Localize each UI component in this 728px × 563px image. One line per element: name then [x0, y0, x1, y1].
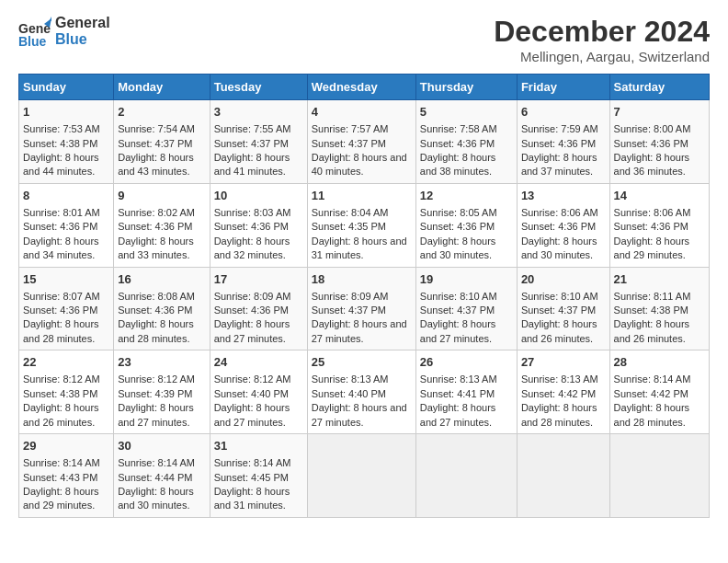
sunset-text: Sunset: 4:36 PM [521, 220, 606, 234]
daylight-text: Daylight: 8 hours and 29 minutes. [23, 485, 109, 513]
daylight-text: Daylight: 8 hours and 27 minutes. [420, 317, 513, 346]
sunrise-text: Sunrise: 8:04 AM [312, 206, 412, 220]
sunrise-text: Sunrise: 7:58 AM [420, 122, 513, 136]
day-number: 24 [214, 354, 303, 371]
day-number: 10 [214, 188, 303, 204]
logo-general: General [55, 15, 110, 31]
week-row-5: 29Sunrise: 8:14 AMSunset: 4:43 PMDayligh… [19, 434, 710, 518]
calendar-cell: 11Sunrise: 8:04 AMSunset: 4:35 PMDayligh… [307, 183, 415, 267]
subtitle: Mellingen, Aargau, Switzerland [494, 49, 710, 64]
calendar-cell: 5Sunrise: 7:58 AMSunset: 4:36 PMDaylight… [415, 100, 517, 184]
sunrise-text: Sunrise: 8:06 AM [614, 206, 705, 220]
daylight-text: Daylight: 8 hours and 26 minutes. [23, 401, 109, 430]
sunrise-text: Sunrise: 8:13 AM [420, 373, 513, 386]
day-number: 31 [214, 438, 303, 454]
sunset-text: Sunset: 4:35 PM [312, 220, 412, 234]
calendar-cell: 30Sunrise: 8:14 AMSunset: 4:44 PMDayligh… [114, 434, 210, 518]
sunset-text: Sunset: 4:37 PM [118, 137, 205, 151]
week-row-2: 8Sunrise: 8:01 AMSunset: 4:36 PMDaylight… [19, 183, 710, 267]
calendar-cell [415, 434, 517, 518]
calendar-cell: 4Sunrise: 7:57 AMSunset: 4:37 PMDaylight… [307, 100, 415, 184]
day-number: 9 [118, 188, 205, 204]
daylight-text: Daylight: 8 hours and 40 minutes. [312, 151, 412, 179]
day-number: 8 [23, 188, 109, 204]
day-number: 17 [214, 271, 303, 288]
calendar-cell: 3Sunrise: 7:55 AMSunset: 4:37 PMDaylight… [210, 100, 307, 184]
daylight-text: Daylight: 8 hours and 44 minutes. [23, 151, 109, 179]
header-row: SundayMondayTuesdayWednesdayThursdayFrid… [19, 75, 710, 100]
calendar-cell [517, 434, 609, 518]
sunrise-text: Sunrise: 8:14 AM [214, 456, 303, 470]
daylight-text: Daylight: 8 hours and 27 minutes. [312, 401, 412, 430]
day-number: 1 [23, 104, 109, 121]
sunset-text: Sunset: 4:36 PM [118, 220, 205, 234]
week-row-1: 1Sunrise: 7:53 AMSunset: 4:38 PMDaylight… [19, 100, 710, 184]
daylight-text: Daylight: 8 hours and 27 minutes. [214, 317, 303, 346]
daylight-text: Daylight: 8 hours and 30 minutes. [521, 235, 606, 263]
sunrise-text: Sunrise: 8:09 AM [312, 290, 412, 304]
sunrise-text: Sunrise: 8:14 AM [23, 456, 109, 470]
week-row-4: 22Sunrise: 8:12 AMSunset: 4:38 PMDayligh… [19, 350, 710, 434]
sunset-text: Sunset: 4:36 PM [23, 304, 109, 317]
daylight-text: Daylight: 8 hours and 27 minutes. [312, 317, 412, 346]
daylight-text: Daylight: 8 hours and 29 minutes. [614, 235, 705, 263]
calendar-cell: 9Sunrise: 8:02 AMSunset: 4:36 PMDaylight… [114, 183, 210, 267]
sunrise-text: Sunrise: 8:00 AM [614, 122, 705, 136]
daylight-text: Daylight: 8 hours and 27 minutes. [118, 401, 205, 430]
sunrise-text: Sunrise: 8:08 AM [118, 290, 205, 304]
daylight-text: Daylight: 8 hours and 28 minutes. [118, 317, 205, 346]
sunset-text: Sunset: 4:36 PM [23, 220, 109, 234]
main-title: December 2024 [494, 15, 710, 49]
calendar-cell [307, 434, 415, 518]
calendar-cell: 19Sunrise: 8:10 AMSunset: 4:37 PMDayligh… [415, 267, 517, 350]
calendar-cell: 20Sunrise: 8:10 AMSunset: 4:37 PMDayligh… [517, 267, 609, 350]
sunset-text: Sunset: 4:36 PM [118, 304, 205, 317]
sunset-text: Sunset: 4:36 PM [521, 137, 606, 151]
calendar-cell: 15Sunrise: 8:07 AMSunset: 4:36 PMDayligh… [19, 267, 114, 350]
calendar-cell: 22Sunrise: 8:12 AMSunset: 4:38 PMDayligh… [19, 350, 114, 434]
day-number: 30 [118, 438, 205, 454]
calendar-cell: 12Sunrise: 8:05 AMSunset: 4:36 PMDayligh… [415, 183, 517, 267]
day-number: 21 [614, 271, 705, 288]
calendar-cell: 2Sunrise: 7:54 AMSunset: 4:37 PMDaylight… [114, 100, 210, 184]
daylight-text: Daylight: 8 hours and 26 minutes. [521, 317, 606, 346]
daylight-text: Daylight: 8 hours and 27 minutes. [214, 401, 303, 430]
calendar-cell: 21Sunrise: 8:11 AMSunset: 4:38 PMDayligh… [609, 267, 709, 350]
sunrise-text: Sunrise: 8:05 AM [420, 206, 513, 220]
sunrise-text: Sunrise: 7:59 AM [521, 122, 606, 136]
day-number: 4 [312, 104, 412, 121]
daylight-text: Daylight: 8 hours and 33 minutes. [118, 235, 205, 263]
sunrise-text: Sunrise: 7:53 AM [23, 122, 109, 136]
day-number: 20 [521, 271, 606, 288]
daylight-text: Daylight: 8 hours and 27 minutes. [420, 401, 513, 430]
day-number: 5 [420, 104, 513, 121]
sunset-text: Sunset: 4:36 PM [214, 304, 303, 317]
logo: General Blue General Blue [18, 15, 110, 48]
header: General Blue General Blue December 2024 … [18, 15, 710, 64]
calendar-cell: 1Sunrise: 7:53 AMSunset: 4:38 PMDaylight… [19, 100, 114, 184]
col-header-friday: Friday [517, 75, 609, 100]
logo-icon: General Blue [18, 15, 51, 48]
sunrise-text: Sunrise: 8:10 AM [521, 290, 606, 304]
calendar-cell: 14Sunrise: 8:06 AMSunset: 4:36 PMDayligh… [609, 183, 709, 267]
daylight-text: Daylight: 8 hours and 28 minutes. [614, 401, 705, 430]
sunrise-text: Sunrise: 8:10 AM [420, 290, 513, 304]
sunrise-text: Sunrise: 8:13 AM [312, 373, 412, 386]
sunset-text: Sunset: 4:36 PM [614, 137, 705, 151]
sunset-text: Sunset: 4:36 PM [214, 220, 303, 234]
day-number: 7 [614, 104, 705, 121]
day-number: 16 [118, 271, 205, 288]
sunrise-text: Sunrise: 8:07 AM [23, 290, 109, 304]
daylight-text: Daylight: 8 hours and 31 minutes. [214, 485, 303, 513]
title-area: December 2024 Mellingen, Aargau, Switzer… [494, 15, 710, 64]
col-header-thursday: Thursday [415, 75, 517, 100]
calendar-cell: 13Sunrise: 8:06 AMSunset: 4:36 PMDayligh… [517, 183, 609, 267]
calendar-cell: 23Sunrise: 8:12 AMSunset: 4:39 PMDayligh… [114, 350, 210, 434]
calendar-cell: 8Sunrise: 8:01 AMSunset: 4:36 PMDaylight… [19, 183, 114, 267]
calendar-cell [609, 434, 709, 518]
day-number: 18 [312, 271, 412, 288]
sunrise-text: Sunrise: 8:14 AM [614, 373, 705, 386]
sunset-text: Sunset: 4:44 PM [118, 471, 205, 485]
calendar-cell: 25Sunrise: 8:13 AMSunset: 4:40 PMDayligh… [307, 350, 415, 434]
calendar-cell: 6Sunrise: 7:59 AMSunset: 4:36 PMDaylight… [517, 100, 609, 184]
